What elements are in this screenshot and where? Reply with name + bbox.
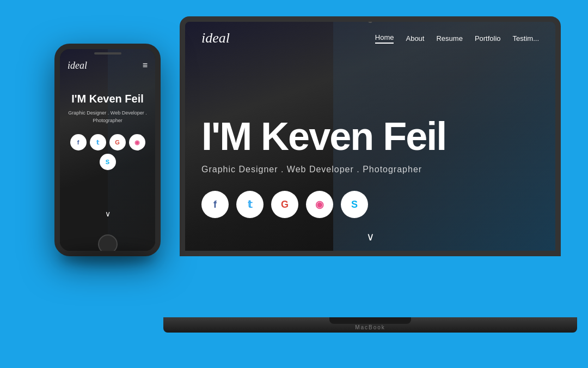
laptop-facebook-icon[interactable]: f [201,191,229,218]
laptop-menu: Home About Resume Portfolio Testim... [375,33,539,44]
phone-scroll-arrow[interactable]: ∨ [105,209,111,218]
laptop-nav-testimonials[interactable]: Testim... [513,34,539,43]
phone-logo: ideal [68,60,87,71]
phone-hero-subtitle-line1: Graphic Designer . Web Developer . [68,110,146,116]
phone-skype-icon[interactable]: S [100,154,116,170]
laptop-hero-title: I'M Keven Feil [201,117,446,156]
laptop-nav-portfolio[interactable]: Portfolio [475,34,501,43]
phone-hero: I'M Keven Feil Graphic Designer . Web De… [68,93,148,170]
phone-hero-subtitle-line2: Photographer [93,118,122,123]
phone-hero-subtitle: Graphic Designer . Web Developer . Photo… [68,110,148,124]
laptop-notch [329,317,411,324]
laptop-google-icon[interactable]: G [271,191,298,218]
phone-hero-title: I'M Keven Feil [68,93,148,105]
scene: ideal Home About Resume Portfolio Testim… [0,0,588,368]
laptop-base: MacBook [163,317,577,333]
laptop-hero: I'M Keven Feil Graphic Designer . Web De… [201,117,446,218]
phone-social-row1: f 𝕥 G ◉ [68,134,148,150]
phone-hamburger-icon[interactable]: ≡ [143,61,148,70]
phone-body: ideal ≡ I'M Keven Feil Graphic Designer … [54,44,161,256]
phone-navbar: ideal ≡ [60,55,155,76]
laptop-navbar: ideal Home About Resume Portfolio Testim… [185,22,555,55]
laptop-skype-icon[interactable]: S [341,191,368,218]
laptop-logo: ideal [201,30,230,46]
laptop-nav-about[interactable]: About [406,34,424,43]
phone-speaker [94,52,121,55]
laptop-hero-subtitle: Graphic Designer . Web Developer . Photo… [201,165,446,174]
phone-device: ideal ≡ I'M Keven Feil Graphic Designer … [54,44,161,256]
phone-screen: ideal ≡ I'M Keven Feil Graphic Designer … [60,49,155,251]
laptop-twitter-icon[interactable]: 𝕥 [236,191,264,218]
laptop-nav-resume[interactable]: Resume [436,34,462,43]
phone-google-icon[interactable]: G [109,134,126,150]
phone-facebook-icon[interactable]: f [70,134,87,150]
laptop-dribbble-icon[interactable]: ◉ [306,191,333,218]
laptop-social-icons: f 𝕥 G ◉ S [201,191,446,218]
laptop-scroll-arrow[interactable]: ∨ [366,230,375,243]
phone-dribbble-icon[interactable]: ◉ [129,134,145,150]
phone-social-row2: S [68,154,148,170]
laptop-screen-bezel: ideal Home About Resume Portfolio Testim… [180,16,561,256]
laptop-camera [368,19,372,23]
laptop-screen: ideal Home About Resume Portfolio Testim… [185,22,555,251]
laptop-brand: MacBook [355,324,385,330]
phone-twitter-icon[interactable]: 𝕥 [90,134,106,150]
laptop-nav-home[interactable]: Home [375,33,394,44]
laptop-device: ideal Home About Resume Portfolio Testim… [180,16,572,333]
